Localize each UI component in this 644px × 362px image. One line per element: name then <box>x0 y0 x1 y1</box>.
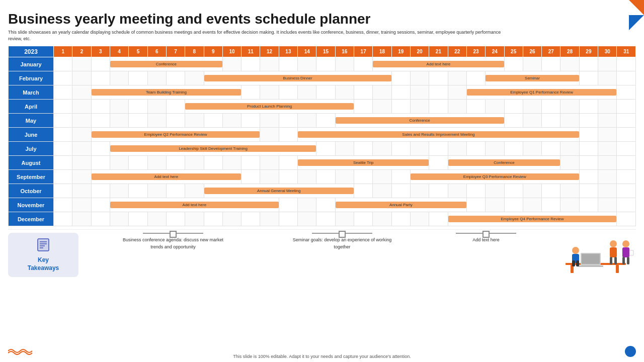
empty-cell-may-day30 <box>598 114 617 128</box>
svg-point-18 <box>610 240 617 247</box>
empty-cell-april-day4 <box>110 100 128 114</box>
empty-cell-may-day1 <box>54 114 72 128</box>
month-label-december: December <box>9 212 54 226</box>
empty-cell-july-day26 <box>523 142 541 156</box>
day-3: 3 <box>91 46 110 57</box>
day-27: 27 <box>542 46 560 57</box>
day-4: 4 <box>110 46 128 57</box>
empty-cell-december-day8 <box>185 212 204 226</box>
empty-cell-march-day22 <box>448 85 466 100</box>
day-26: 26 <box>523 46 541 57</box>
empty-cell-july-day27 <box>542 142 560 156</box>
month-row-july: JulyLeadership Skill Development Trainin… <box>9 142 636 156</box>
key-takeaways-label: KeyTakeaways <box>28 256 59 272</box>
empty-cell-october-day1 <box>54 184 72 198</box>
empty-cell-september-day18 <box>373 170 391 184</box>
empty-cell-august-day11 <box>242 156 260 170</box>
empty-cell-october-day22 <box>448 184 466 198</box>
empty-cell-march-day18 <box>373 85 391 100</box>
empty-cell-march-day2 <box>72 85 91 100</box>
month-row-november: NovemberAdd text hereAnnual Party <box>9 198 636 212</box>
empty-cell-july-day1 <box>54 142 72 156</box>
event-cell-august-day22: Conference <box>448 156 560 170</box>
day-8: 8 <box>185 46 204 57</box>
event-bar-september-add-text-here: Add text here <box>92 173 242 180</box>
empty-cell-september-day15 <box>316 170 335 184</box>
empty-cell-september-day12 <box>260 170 279 184</box>
empty-cell-december-day15 <box>316 212 335 226</box>
empty-cell-july-day22 <box>448 142 466 156</box>
event-cell-may-day16: Conference <box>335 114 504 128</box>
event-cell-july-day4: Leadership Skill Development Training <box>110 142 316 156</box>
empty-cell-july-day2 <box>72 142 91 156</box>
event-bar-march-employee-q1-performance-review: Employee Q1 Performance Review <box>467 89 617 96</box>
day-16: 16 <box>335 46 354 57</box>
event-bar-august-conference: Conference <box>448 159 560 166</box>
empty-cell-november-day14 <box>298 198 316 212</box>
day-31: 31 <box>617 46 636 57</box>
empty-cell-december-day20 <box>410 212 429 226</box>
empty-cell-february-day23 <box>466 71 485 85</box>
day-11: 11 <box>242 46 260 57</box>
empty-cell-may-day3 <box>91 114 110 128</box>
day-22: 22 <box>448 46 466 57</box>
day-2: 2 <box>72 46 91 57</box>
month-label-april: April <box>9 100 54 114</box>
empty-cell-march-day20 <box>410 85 429 100</box>
slide: Business yearly meeting and events sched… <box>0 0 644 362</box>
empty-cell-october-day26 <box>523 184 541 198</box>
empty-cell-november-day25 <box>504 198 523 212</box>
day-5: 5 <box>129 46 147 57</box>
empty-cell-april-day24 <box>486 100 504 114</box>
event-bar-february-seminar: Seminar <box>486 75 579 81</box>
takeaway-text-2: Seminar goals: develop an experience of … <box>287 237 397 250</box>
empty-cell-april-day2 <box>72 100 91 114</box>
svg-marker-0 <box>629 0 644 15</box>
empty-cell-june-day29 <box>579 128 598 142</box>
empty-cell-april-day25 <box>504 100 523 114</box>
empty-cell-december-day7 <box>166 212 185 226</box>
empty-cell-december-day1 <box>54 212 72 226</box>
month-row-january: JanuaryConferenceAdd text here <box>9 57 636 71</box>
month-label-may: May <box>9 114 54 128</box>
takeaway-item-3: Add text here <box>456 233 516 244</box>
event-bar-january-conference: Conference <box>110 61 222 67</box>
empty-cell-november-day30 <box>598 198 617 212</box>
svg-rect-19 <box>610 247 617 257</box>
day-13: 13 <box>279 46 297 57</box>
empty-cell-november-day15 <box>316 198 335 212</box>
event-cell-november-day4: Add text here <box>110 198 279 212</box>
empty-cell-october-day7 <box>166 184 185 198</box>
empty-cell-october-day30 <box>598 184 617 198</box>
month-row-april: AprilProduct Launch Planning <box>9 100 636 114</box>
day-25: 25 <box>504 46 523 57</box>
empty-cell-october-day8 <box>185 184 204 198</box>
empty-cell-august-day31 <box>617 156 636 170</box>
empty-cell-january-day11 <box>242 57 260 71</box>
empty-cell-march-day15 <box>316 85 335 100</box>
svg-point-14 <box>572 247 579 254</box>
empty-cell-september-day19 <box>391 170 410 184</box>
empty-cell-march-day12 <box>260 85 279 100</box>
svg-rect-10 <box>616 265 619 273</box>
day-15: 15 <box>316 46 335 57</box>
key-icon <box>36 238 50 254</box>
subtitle: This slide showcases an yearly calendar … <box>8 29 501 42</box>
event-cell-april-day8: Product Launch Planning <box>185 100 354 114</box>
svg-rect-24 <box>622 257 625 264</box>
empty-cell-january-day2 <box>72 57 91 71</box>
empty-cell-april-day5 <box>129 100 147 114</box>
takeaway-line-2 <box>312 233 372 234</box>
empty-cell-april-day18 <box>373 100 391 114</box>
empty-cell-august-day7 <box>166 156 185 170</box>
empty-cell-july-day30 <box>598 142 617 156</box>
empty-cell-november-day31 <box>617 198 636 212</box>
empty-cell-july-day16 <box>335 142 354 156</box>
empty-cell-may-day15 <box>316 114 335 128</box>
empty-cell-december-day9 <box>204 212 222 226</box>
event-cell-march-day23: Employee Q1 Performance Review <box>466 85 617 100</box>
month-label-june: June <box>9 128 54 142</box>
empty-cell-may-day11 <box>242 114 260 128</box>
empty-cell-january-day27 <box>542 57 560 71</box>
empty-cell-june-day2 <box>72 128 91 142</box>
